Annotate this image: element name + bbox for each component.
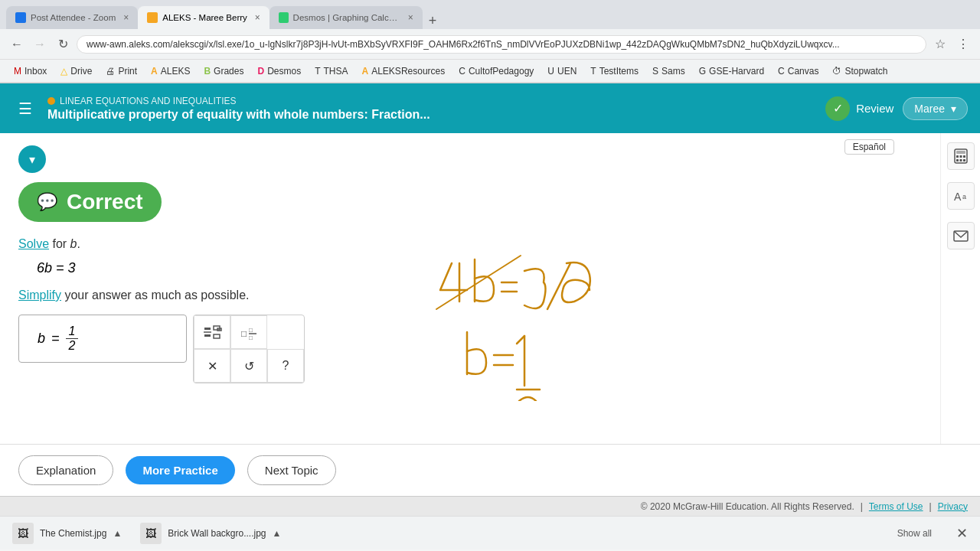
download-bar-close[interactable]: ✕ xyxy=(956,525,968,542)
explanation-button[interactable]: Explanation xyxy=(18,455,113,485)
svg-text:□: □ xyxy=(249,327,253,334)
nav-title: Multiplicative property of equality with… xyxy=(47,108,816,122)
expand-button[interactable]: ▾ xyxy=(18,145,46,173)
stopwatch-icon: ⏱ xyxy=(832,66,841,77)
aleks-tab-close[interactable]: × xyxy=(255,12,260,23)
answer-fraction: 1 2 xyxy=(66,324,79,353)
download-bar: 🖼 The Chemist.jpg ▲ 🖼 Brick Wall backgro… xyxy=(0,516,980,549)
bookmark-aleks-label: ALEKS xyxy=(161,66,191,77)
desmos-tab-close[interactable]: × xyxy=(408,12,413,23)
bookmark-grades-label: Grades xyxy=(214,66,243,77)
nav-dot xyxy=(47,97,55,105)
fraction-denominator: 2 xyxy=(66,339,79,353)
problem-equation: 6b = 3 xyxy=(37,260,922,276)
font-size-button[interactable]: A a xyxy=(947,182,975,210)
download-chemist-chevron[interactable]: ▲ xyxy=(113,528,122,539)
reload-button[interactable]: ↻ xyxy=(54,35,72,54)
back-button[interactable]: ← xyxy=(8,35,26,54)
copyright-text: © 2020 McGraw-Hill Education. All Rights… xyxy=(641,501,854,512)
nav-topic: LINEAR EQUATIONS AND INEQUALITIES Multip… xyxy=(47,96,816,122)
download-item-brick: 🖼 Brick Wall backgro....jpg ▲ xyxy=(140,523,281,544)
bookmark-button[interactable]: ☆ xyxy=(931,35,949,54)
problem-solve: Solve for b. xyxy=(18,237,922,251)
bookmark-canvas[interactable]: C Canvas xyxy=(772,64,825,78)
svg-rect-1 xyxy=(204,334,211,337)
tab-aleks[interactable]: ALEKS - Maree Berry × xyxy=(138,6,270,29)
bookmark-thsa[interactable]: T THSA xyxy=(309,64,354,78)
bookmark-sams-label: Sams xyxy=(662,66,685,77)
hamburger-menu[interactable]: ☰ xyxy=(12,93,38,124)
bookmark-testitems[interactable]: T TestItems xyxy=(584,64,645,78)
download-brick-label: Brick Wall backgro....jpg xyxy=(168,528,266,539)
desmos-bm-icon: D xyxy=(257,66,264,77)
show-all-button[interactable]: Show all xyxy=(897,528,932,539)
tab-desmos[interactable]: Desmos | Graphing Calculator × xyxy=(270,6,423,29)
more-practice-button[interactable]: More Practice xyxy=(126,456,234,484)
bookmark-cult-label: CultofPedagogy xyxy=(469,66,534,77)
svg-text:□: □ xyxy=(241,328,247,339)
url-input[interactable] xyxy=(77,35,926,54)
user-button[interactable]: Maree ▾ xyxy=(903,97,968,120)
bookmark-print-label: Print xyxy=(118,66,137,77)
bookmark-aleks-resources-label: ALEKSResources xyxy=(371,66,445,77)
nav-right: ✓ Review Maree ▾ xyxy=(825,96,968,121)
bookmark-grades[interactable]: B Grades xyxy=(198,64,250,78)
privacy-link[interactable]: Privacy xyxy=(938,501,968,512)
espanol-button[interactable]: Español xyxy=(844,139,894,155)
next-topic-button[interactable]: Next Topic xyxy=(247,455,336,485)
sams-icon: S xyxy=(652,66,658,77)
bookmark-harvard[interactable]: G GSE-Harvard xyxy=(693,64,770,78)
answer-box: b = 1 2 xyxy=(18,315,187,363)
new-tab-button[interactable]: + xyxy=(423,13,443,29)
terms-link[interactable]: Terms of Use xyxy=(869,501,923,512)
gmail-icon: M xyxy=(14,66,21,77)
svg-rect-19 xyxy=(956,155,959,158)
review-button[interactable]: ✓ Review xyxy=(825,96,893,121)
bookmark-desmos[interactable]: D Desmos xyxy=(251,64,307,78)
svg-text:A: A xyxy=(954,191,962,203)
bookmark-stopwatch[interactable]: ⏱ Stopwatch xyxy=(826,64,893,78)
download-chemist-label: The Chemist.jpg xyxy=(40,528,106,539)
svg-rect-18 xyxy=(956,151,965,154)
help-button[interactable]: ? xyxy=(267,349,304,383)
grades-icon: B xyxy=(204,66,211,77)
desmos-tab-label: Desmos | Graphing Calculator xyxy=(293,13,400,22)
bookmark-drive[interactable]: △ Drive xyxy=(54,64,98,78)
tab-zoom[interactable]: Post Attendee - Zoom × xyxy=(6,6,138,29)
bookmark-print[interactable]: 🖨 Print xyxy=(100,64,143,78)
math-toolbar: □ □ □ ✕ ↺ ? xyxy=(193,315,305,383)
clear-button[interactable]: ✕ xyxy=(194,349,230,383)
aleks-res-icon: A xyxy=(362,66,369,77)
zoom-tab-close[interactable]: × xyxy=(123,12,129,23)
mixed-number-button[interactable]: □ □ □ xyxy=(230,315,267,349)
download-brick-icon: 🖼 xyxy=(140,523,162,544)
solve-link[interactable]: Solve xyxy=(18,237,49,250)
menu-button[interactable]: ⋮ xyxy=(954,35,972,54)
bookmark-sams[interactable]: S Sams xyxy=(646,64,691,78)
right-sidebar: A a xyxy=(940,133,980,444)
zoom-tab-label: Post Attendee - Zoom xyxy=(31,13,116,22)
variable-b: b xyxy=(70,237,77,250)
simplify-link[interactable]: Simplify xyxy=(18,289,61,302)
bookmark-inbox[interactable]: M Inbox xyxy=(8,64,53,78)
harvard-icon: G xyxy=(699,66,706,77)
address-bar: ← → ↻ ☆ ⋮ xyxy=(0,29,980,60)
bookmark-uen[interactable]: U UEN xyxy=(541,64,583,78)
canvas-icon: C xyxy=(778,66,785,77)
review-icon: ✓ xyxy=(825,96,850,121)
aleks-tab-label: ALEKS - Maree Berry xyxy=(162,13,247,22)
forward-button[interactable]: → xyxy=(31,35,49,54)
answer-equals: = xyxy=(51,331,60,347)
bookmark-aleks-resources[interactable]: A ALEKSResources xyxy=(356,64,452,78)
email-button[interactable] xyxy=(947,222,975,249)
bookmarks-bar: M Inbox △ Drive 🖨 Print A ALEKS B Grades… xyxy=(0,60,980,83)
svg-rect-24 xyxy=(963,159,965,161)
fraction-button[interactable] xyxy=(194,315,230,349)
bookmark-cult[interactable]: C CultofPedagogy xyxy=(452,64,540,78)
desmos-favicon xyxy=(279,12,289,23)
thsa-icon: T xyxy=(315,66,320,77)
calculator-button[interactable] xyxy=(947,142,975,170)
bookmark-aleks[interactable]: A ALEKS xyxy=(145,64,196,78)
download-brick-chevron[interactable]: ▲ xyxy=(273,528,282,539)
undo-button[interactable]: ↺ xyxy=(230,349,267,383)
